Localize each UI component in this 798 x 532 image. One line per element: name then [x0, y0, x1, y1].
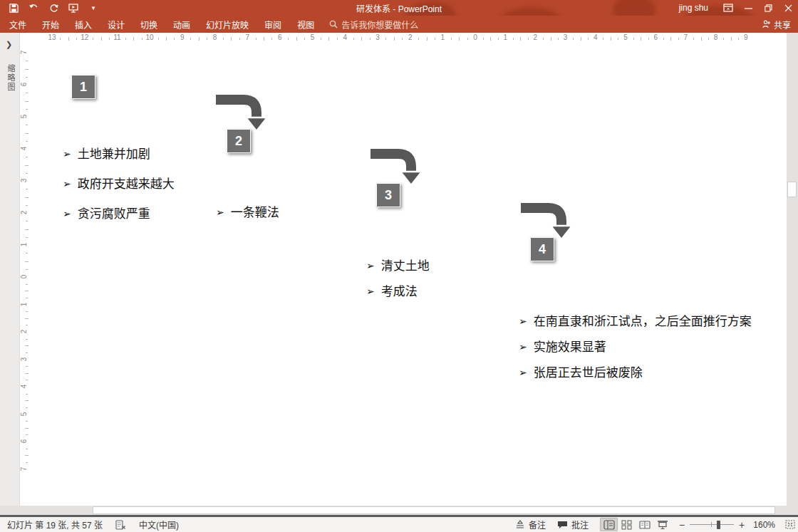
- ruler-tick: [25, 229, 28, 230]
- ruler-tick: [256, 38, 256, 40]
- ruler-tick: [158, 38, 159, 40]
- ribbon-tab-4[interactable]: 动画: [165, 16, 198, 33]
- bullet-item[interactable]: ➢清丈土地: [366, 254, 430, 279]
- bullet-text: 在南直隶和浙江试点，之后全面推行方案: [534, 309, 752, 334]
- horizontal-scrollbar-thumb[interactable]: [93, 506, 775, 514]
- ruler-tick: [26, 284, 28, 285]
- ribbon-tab-5[interactable]: 幻灯片放映: [198, 16, 256, 33]
- ruler-tick: [133, 37, 134, 41]
- ribbon-display-options-icon[interactable]: [718, 0, 738, 16]
- vertical-scrollbar-thumb[interactable]: [787, 182, 797, 197]
- bullet-marker: ➢: [519, 360, 527, 385]
- tell-me-box[interactable]: 告诉我你想要做什么: [329, 19, 418, 31]
- ruler-tick: [633, 38, 634, 40]
- vertical-ruler: 765432101234567: [20, 44, 33, 508]
- ruler-tick: [239, 38, 240, 40]
- bullet-item[interactable]: ➢政府开支越来越大: [63, 169, 175, 199]
- horizontal-scrollbar[interactable]: [0, 506, 787, 515]
- ruler-tick: [337, 38, 338, 40]
- ruler-tick: [264, 37, 264, 41]
- slide-sorter-view-button[interactable]: [618, 518, 636, 531]
- ruler-tick: [573, 38, 574, 40]
- bullet-textbox-2[interactable]: ➢一条鞭法: [216, 198, 279, 228]
- notes-toggle[interactable]: 备注: [515, 518, 546, 531]
- undo-icon[interactable]: [28, 3, 38, 13]
- bullet-item[interactable]: ➢一条鞭法: [216, 198, 279, 228]
- ribbon-tab-0[interactable]: 开始: [34, 16, 67, 33]
- ruler-tick: [513, 38, 514, 40]
- expand-thumbnails-icon[interactable]: ❯: [6, 40, 12, 49]
- step-number-badge[interactable]: 4: [530, 237, 554, 261]
- restore-icon[interactable]: [758, 0, 778, 16]
- connector-arrow-icon[interactable]: [519, 199, 576, 243]
- ruler-tick: [558, 38, 559, 40]
- ribbon-tab-3[interactable]: 切换: [133, 16, 165, 33]
- ruler-tick: [26, 269, 28, 270]
- connector-arrow-icon[interactable]: [214, 90, 271, 135]
- ruler-tick: [731, 37, 732, 41]
- account-user-name[interactable]: jing shu: [679, 3, 708, 13]
- zoom-percentage[interactable]: 160%: [750, 520, 775, 530]
- slideshow-view-button[interactable]: [653, 518, 671, 531]
- ruler-tick: [125, 38, 126, 40]
- ribbon-tab-7[interactable]: 视图: [289, 16, 322, 33]
- bullet-item[interactable]: ➢实施效果显著: [519, 335, 752, 360]
- vertical-scrollbar[interactable]: [787, 33, 798, 515]
- customize-quick-access-icon[interactable]: ▾: [88, 3, 98, 13]
- normal-view-button[interactable]: [600, 518, 618, 531]
- bullet-item[interactable]: ➢在南直隶和浙江试点，之后全面推行方案: [519, 309, 752, 335]
- zoom-in-button[interactable]: +: [738, 519, 745, 531]
- step-number-badge[interactable]: 3: [376, 183, 400, 207]
- zoom-slider-thumb[interactable]: [717, 521, 720, 529]
- comments-toggle[interactable]: 批注: [557, 518, 589, 531]
- redo-icon[interactable]: [48, 3, 58, 13]
- bullet-textbox-4[interactable]: ➢在南直隶和浙江试点，之后全面推行方案➢实施效果显著➢张居正去世后被废除: [519, 309, 752, 386]
- bullet-textbox-3[interactable]: ➢清丈土地➢考成法: [366, 254, 430, 305]
- ribbon-tab-row: 文件 开始插入设计切换动画幻灯片放映审阅视图 告诉我你想要做什么 共享: [0, 16, 798, 33]
- ruler-tick: [385, 38, 386, 40]
- ruler-tick: [693, 38, 694, 40]
- bullet-textbox-1[interactable]: ➢土地兼并加剧➢政府开支越来越大➢贪污腐败严重: [63, 140, 175, 229]
- ruler-tick: [418, 38, 419, 40]
- minimize-icon[interactable]: [738, 0, 758, 16]
- spell-check-icon[interactable]: [115, 520, 126, 530]
- share-button[interactable]: 共享: [762, 19, 791, 31]
- bullet-item[interactable]: ➢贪污腐败严重: [63, 199, 175, 229]
- ruler-tick: [483, 38, 484, 40]
- connector-arrow-icon[interactable]: [368, 145, 425, 189]
- ribbon-tab-2[interactable]: 设计: [100, 16, 133, 33]
- ruler-tick: [25, 428, 28, 429]
- close-icon[interactable]: [778, 0, 798, 16]
- ruler-tick: [611, 37, 611, 41]
- fit-slide-to-window-icon[interactable]: [785, 520, 795, 529]
- ruler-number: 8: [213, 33, 217, 41]
- ruler-tick: [26, 205, 28, 206]
- ribbon-tab-6[interactable]: 审阅: [256, 16, 289, 33]
- bullet-item[interactable]: ➢土地兼并加剧: [63, 140, 175, 169]
- bullet-item[interactable]: ➢张居正去世后被废除: [519, 360, 752, 386]
- start-slideshow-icon[interactable]: [68, 3, 78, 13]
- bullet-marker: ➢: [63, 199, 71, 229]
- save-icon[interactable]: [9, 3, 19, 13]
- ruler-tick: [26, 189, 28, 189]
- ruler-number: 6: [20, 439, 28, 444]
- step-number-badge[interactable]: 2: [227, 129, 251, 153]
- ruler-tick: [25, 373, 28, 374]
- zoom-slider-track: [690, 524, 734, 525]
- ruler-tick: [618, 38, 618, 40]
- ribbon-tab-1[interactable]: 插入: [67, 16, 100, 33]
- bullet-item[interactable]: ➢考成法: [366, 279, 430, 305]
- zoom-slider[interactable]: [690, 521, 734, 529]
- ruler-tick: [26, 449, 28, 449]
- ruler-tick: [190, 38, 191, 40]
- ruler-tick: [26, 394, 28, 395]
- ruler-tick: [25, 69, 28, 70]
- tab-file[interactable]: 文件: [0, 16, 34, 33]
- language-status[interactable]: 中文(中国): [139, 518, 179, 531]
- step-number-badge[interactable]: 1: [71, 75, 95, 99]
- ruler-tick: [588, 38, 589, 40]
- ruler-tick: [723, 38, 724, 40]
- reading-view-button[interactable]: [636, 518, 653, 531]
- search-icon: [329, 20, 338, 28]
- zoom-out-button[interactable]: −: [678, 519, 685, 531]
